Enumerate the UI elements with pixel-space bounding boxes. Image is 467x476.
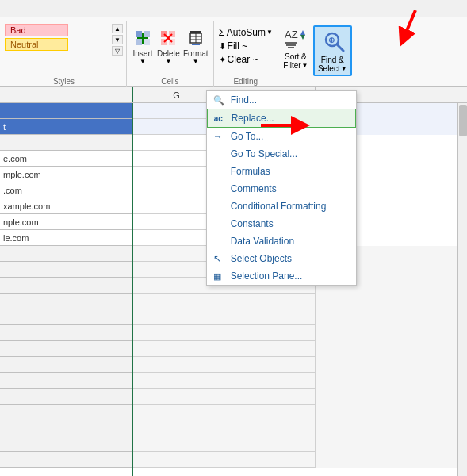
fill-button[interactable]: ⬇ Fill ~	[217, 40, 274, 52]
cell-h[interactable]	[220, 309, 316, 325]
table-row[interactable]	[133, 389, 457, 405]
goto-menu-item[interactable]: → Go To...	[207, 128, 356, 145]
cell-h[interactable]	[220, 436, 316, 452]
cell-g[interactable]	[133, 436, 220, 452]
table-row[interactable]	[133, 294, 457, 309]
svg-marker-22	[300, 35, 305, 40]
style-scroll-expand[interactable]: ▽	[112, 46, 123, 56]
table-row[interactable]	[133, 420, 457, 436]
cell-h[interactable]	[220, 405, 316, 420]
find-select-dropdown: 🔍 Find... ac Replace... → Go To... Go To…	[206, 90, 357, 286]
cell-h[interactable]	[220, 452, 316, 468]
styles-group: Bad Neutral ▲ ▼ ▽ Styles	[2, 21, 127, 87]
scrollbar-thumb[interactable]	[459, 105, 467, 136]
row-header-16	[0, 341, 132, 357]
clear-icon: ✦	[219, 55, 226, 65]
conditional-formatting-menu-item[interactable]: Conditional Formatting	[207, 198, 356, 215]
cell-g[interactable]	[133, 420, 220, 436]
find-select-button[interactable]: ⊕ Find & Select ▼	[313, 25, 352, 76]
delete-arrow: ▼	[165, 58, 171, 65]
autosum-label: AutoSum	[227, 27, 266, 38]
sort-filter-label: Sort &	[285, 52, 307, 61]
row-header-3	[0, 135, 132, 151]
cells-group: Insert ▼	[127, 21, 214, 87]
style-neutral[interactable]: Neutral	[5, 38, 68, 51]
cell-h[interactable]	[220, 420, 316, 436]
row-header-corner	[0, 87, 133, 102]
svg-rect-12	[190, 31, 201, 33]
editing-group-label: Editing	[217, 77, 274, 87]
comments-menu-item[interactable]: Comments	[207, 180, 356, 198]
svg-rect-1	[144, 31, 150, 37]
row-header-5: mple.com	[0, 167, 132, 182]
svg-rect-2	[136, 39, 142, 45]
cell-h[interactable]	[220, 294, 316, 309]
cell-g[interactable]	[133, 405, 220, 420]
constants-menu-item[interactable]: Constants	[207, 215, 356, 232]
editing-group: Σ AutoSum ▼ ⬇ Fill ~ ✦ Clear ~ Edi	[214, 21, 278, 87]
row-header-10	[0, 246, 132, 262]
replace-menu-item[interactable]: ac Replace...	[207, 109, 356, 128]
find-select-label: Find &	[321, 56, 344, 64]
app-container: Bad Neutral ▲ ▼ ▽ Styles	[0, 0, 467, 476]
styles-group-label: Styles	[5, 77, 123, 87]
ribbon: Bad Neutral ▲ ▼ ▽ Styles	[0, 0, 467, 87]
find-menu-item[interactable]: 🔍 Find...	[207, 91, 356, 109]
table-row[interactable]	[133, 405, 457, 420]
cell-g[interactable]	[133, 309, 220, 325]
fill-label: Fill ~	[228, 40, 248, 52]
insert-label: Insert	[132, 49, 152, 58]
cell-h[interactable]	[220, 341, 316, 357]
row-header-19	[0, 389, 132, 405]
cell-g[interactable]	[133, 389, 220, 405]
sort-find-group: AZ Sort & Filter	[278, 21, 355, 87]
select-objects-icon: ↖	[213, 253, 228, 264]
cell-g[interactable]	[133, 357, 220, 373]
find-icon: 🔍	[213, 95, 228, 106]
vertical-scrollbar[interactable]	[457, 103, 467, 476]
data-validation-menu-item[interactable]: Data Validation	[207, 232, 356, 250]
table-row[interactable]	[133, 373, 457, 389]
insert-button[interactable]: Insert ▼	[132, 27, 154, 65]
cell-h[interactable]	[220, 389, 316, 405]
style-bad[interactable]: Bad	[5, 24, 68, 36]
style-scroll-down[interactable]: ▼	[112, 35, 123, 44]
table-row[interactable]	[133, 357, 457, 373]
sort-filter-icon: AZ	[281, 25, 310, 52]
svg-line-25	[337, 44, 343, 51]
sort-filter-button[interactable]: AZ Sort & Filter	[281, 25, 310, 76]
cell-h[interactable]	[220, 357, 316, 373]
row-header-23	[0, 452, 132, 468]
style-scroll-up[interactable]: ▲	[112, 24, 123, 33]
row-header-20	[0, 405, 132, 420]
table-row[interactable]	[133, 452, 457, 468]
goto-special-menu-item[interactable]: Go To Special...	[207, 145, 356, 163]
cell-h[interactable]	[220, 325, 316, 341]
find-select-label2: Select	[318, 64, 340, 73]
table-row[interactable]	[133, 325, 457, 341]
format-label: Format	[183, 49, 209, 58]
cell-h[interactable]	[220, 373, 316, 389]
table-row[interactable]	[133, 436, 457, 452]
cell-g[interactable]	[133, 452, 220, 468]
cell-g[interactable]	[133, 373, 220, 389]
clear-button[interactable]: ✦ Clear ~	[217, 53, 274, 66]
selection-pane-menu-item[interactable]: ▦ Selection Pane...	[207, 267, 356, 285]
delete-button[interactable]: Delete ▼	[157, 27, 180, 65]
row-header-9: le.com	[0, 230, 132, 246]
svg-text:AZ: AZ	[285, 29, 298, 40]
selection-pane-icon: ▦	[213, 271, 228, 282]
format-button[interactable]: Format ▼	[183, 27, 209, 65]
autosum-arrow: ▼	[266, 29, 273, 36]
cell-g[interactable]	[133, 294, 220, 309]
cell-g[interactable]	[133, 325, 220, 341]
cell-g[interactable]	[133, 341, 220, 357]
find-select-arrow: ▼	[341, 65, 347, 72]
table-row[interactable]	[133, 341, 457, 357]
row-header-12	[0, 278, 132, 294]
autosum-button[interactable]: Σ AutoSum ▼	[217, 25, 274, 39]
ribbon-content: Bad Neutral ▲ ▼ ▽ Styles	[0, 17, 467, 87]
formulas-menu-item[interactable]: Formulas	[207, 163, 356, 180]
select-objects-menu-item[interactable]: ↖ Select Objects	[207, 250, 356, 267]
table-row[interactable]	[133, 309, 457, 325]
